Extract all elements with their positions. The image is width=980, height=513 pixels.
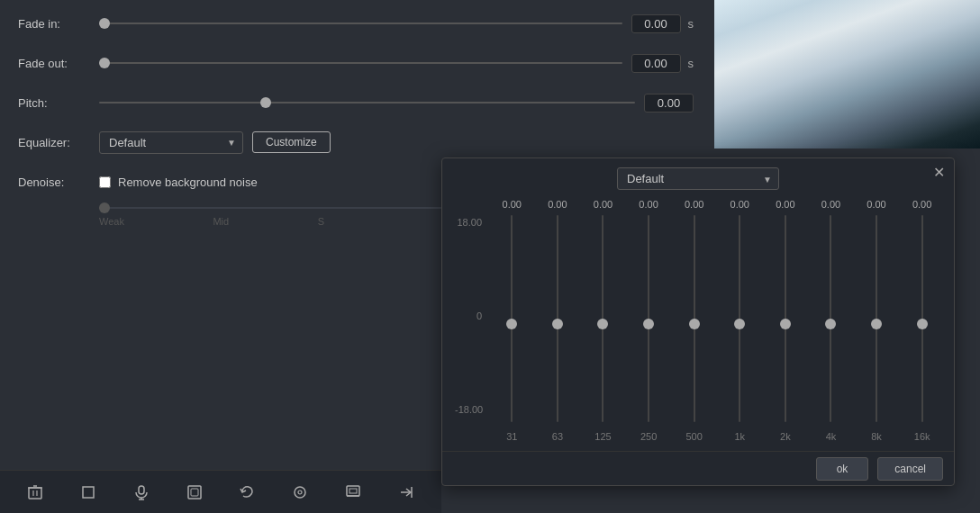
eq-freq-7: 4k: [811, 431, 850, 442]
eq-slider-track-1[interactable]: [557, 215, 558, 422]
fade-out-slider[interactable]: [99, 62, 622, 64]
eq-slider-thumb-2[interactable]: [597, 319, 608, 329]
eq-slider-thumb-7[interactable]: [825, 319, 836, 329]
eq-dialog-close-button[interactable]: ✕: [933, 166, 945, 180]
eq-ok-button[interactable]: ok: [816, 457, 869, 481]
pitch-track: [99, 102, 635, 104]
customize-button[interactable]: Customize: [252, 131, 331, 153]
resize-icon: [186, 484, 203, 500]
crop-icon: [80, 484, 96, 500]
eq-slider-track-6[interactable]: [785, 215, 786, 422]
eq-slider-thumb-3[interactable]: [643, 319, 654, 329]
eq-dialog: Default Custom Bass Boost ▼ ✕ 18.00 0 -1…: [441, 158, 955, 486]
eq-slider-col-3: [629, 215, 668, 422]
fade-in-track: [99, 22, 622, 24]
eq-slider-thumb-8[interactable]: [871, 319, 882, 329]
eq-dialog-select[interactable]: Default Custom Bass Boost: [617, 167, 779, 190]
effect-icon: [292, 484, 308, 500]
eq-y-bottom: -18.00: [455, 404, 482, 415]
denoise-checkbox-label[interactable]: Remove background noise: [99, 176, 258, 189]
signin-icon: [398, 484, 414, 500]
eq-slider-thumb-4[interactable]: [689, 319, 700, 329]
svg-rect-15: [349, 489, 357, 493]
eq-slider-thumb-6[interactable]: [780, 319, 791, 329]
equalizer-select[interactable]: Default Custom Bass Boost Treble Boost V…: [99, 131, 243, 154]
fade-out-unit: s: [688, 57, 694, 70]
eq-val-2: 0.00: [583, 199, 622, 210]
eq-slider-track-0[interactable]: [511, 215, 513, 422]
undo-icon: [239, 484, 255, 500]
pitch-label: Pitch:: [18, 96, 99, 110]
signin-button[interactable]: [393, 479, 420, 506]
eq-slider-track-4[interactable]: [694, 215, 695, 422]
denoise-weak-label: Weak: [99, 216, 124, 227]
fade-out-thumb[interactable]: [99, 58, 110, 68]
eq-freq-row: 31 63 125 250 500 1k 2k 4k 8k 16k: [489, 428, 945, 442]
bottom-toolbar: [0, 470, 441, 513]
eq-y-top: 18.00: [455, 217, 482, 228]
mic-icon: [133, 484, 150, 500]
fade-in-thumb[interactable]: [99, 18, 110, 29]
eq-slider-col-8: [857, 215, 896, 422]
eq-dialog-footer: ok cancel: [442, 451, 954, 486]
fade-out-track: [99, 62, 622, 64]
eq-slider-track-3[interactable]: [648, 215, 649, 422]
resize-button[interactable]: [181, 479, 208, 506]
export-button[interactable]: [340, 479, 367, 506]
crop-button[interactable]: [75, 479, 102, 506]
eq-val-4: 0.00: [675, 199, 714, 210]
svg-rect-9: [188, 486, 201, 499]
eq-slider-col-7: [811, 215, 850, 422]
delete-button[interactable]: [22, 479, 49, 506]
pitch-thumb[interactable]: [260, 97, 271, 108]
svg-rect-0: [29, 488, 41, 499]
eq-slider-track-2[interactable]: [602, 215, 603, 422]
eq-dialog-header: Default Custom Bass Boost ▼ ✕: [442, 158, 954, 199]
eq-freq-1: 63: [538, 431, 577, 442]
delete-icon: [27, 484, 43, 500]
denoise-labels: Weak Mid S: [99, 216, 324, 227]
eq-slider-col-0: [492, 215, 531, 422]
eq-slider-col-6: [766, 215, 805, 422]
eq-val-5: 0.00: [720, 199, 759, 210]
eq-sliders-area: 0.00 0.00 0.00 0.00 0.00 0.00 0.00 0.00 …: [489, 199, 945, 442]
fade-in-value[interactable]: 0.00: [631, 14, 681, 33]
equalizer-row: Equalizer: Default Custom Bass Boost Tre…: [18, 128, 694, 157]
eq-freq-5: 1k: [720, 431, 759, 442]
eq-val-6: 0.00: [766, 199, 805, 210]
equalizer-dropdown-wrapper[interactable]: Default Custom Bass Boost Treble Boost V…: [99, 131, 243, 154]
eq-slider-thumb-1[interactable]: [552, 319, 563, 329]
svg-rect-6: [139, 486, 144, 494]
pitch-slider[interactable]: [99, 102, 635, 104]
effect-button[interactable]: [286, 479, 313, 506]
eq-freq-3: 250: [629, 431, 668, 442]
eq-slider-track-7[interactable]: [830, 215, 831, 422]
svg-point-11: [295, 487, 305, 498]
eq-slider-track-5[interactable]: [739, 215, 740, 422]
eq-slider-thumb-5[interactable]: [734, 319, 745, 329]
eq-val-9: 0.00: [903, 199, 942, 210]
denoise-text: Remove background noise: [118, 176, 258, 189]
mic-button[interactable]: [128, 479, 155, 506]
eq-slider-col-1: [538, 215, 577, 422]
fade-in-slider[interactable]: [99, 22, 622, 24]
fade-in-row: Fade in: 0.00 s: [18, 9, 694, 38]
fade-in-unit: s: [688, 17, 694, 31]
eq-freq-9: 16k: [903, 431, 942, 442]
svg-rect-5: [83, 487, 94, 498]
preview-snow-visual: [714, 0, 980, 148]
eq-slider-thumb-0[interactable]: [506, 319, 517, 329]
eq-slider-track-9[interactable]: [921, 215, 923, 422]
pitch-value[interactable]: 0.00: [644, 94, 694, 112]
eq-dialog-dropdown-wrapper[interactable]: Default Custom Bass Boost ▼: [617, 167, 779, 190]
svg-rect-10: [191, 489, 198, 496]
undo-button[interactable]: [233, 479, 260, 506]
eq-slider-thumb-9[interactable]: [917, 319, 928, 329]
denoise-checkbox[interactable]: [99, 176, 111, 188]
fade-out-value[interactable]: 0.00: [631, 54, 681, 73]
eq-slider-track-8[interactable]: [876, 215, 877, 422]
eq-freq-2: 125: [583, 431, 622, 442]
fade-in-label: Fade in:: [18, 17, 99, 31]
denoise-mid-label: Mid: [213, 216, 229, 227]
eq-cancel-button[interactable]: cancel: [877, 457, 943, 481]
